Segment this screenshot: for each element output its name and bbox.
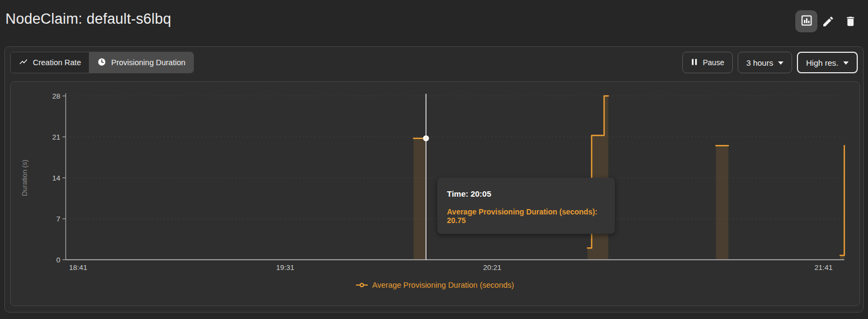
svg-text:14: 14: [52, 174, 61, 182]
pause-label: Pause: [703, 58, 724, 67]
edit-button[interactable]: [821, 15, 836, 30]
resolution-dropdown[interactable]: High res.: [797, 52, 858, 73]
provisioning-duration-chart[interactable]: 0714212818:4119:3120:2121:41Duration (s): [11, 82, 859, 306]
delete-button[interactable]: [843, 15, 858, 30]
tab-label: Provisioning Duration: [111, 58, 185, 67]
chart-view-button[interactable]: [795, 10, 817, 32]
tab-label: Creation Rate: [33, 58, 81, 67]
svg-text:21: 21: [52, 133, 60, 141]
trend-line-icon: [19, 57, 28, 68]
bar-chart-icon: [800, 14, 813, 29]
chart-legend-item[interactable]: Average Provisioning Duration (seconds): [11, 281, 859, 289]
svg-text:18:41: 18:41: [69, 263, 87, 272]
clock-icon: [97, 58, 106, 68]
tooltip-time: Time: 20:05: [447, 189, 605, 198]
pause-icon: [691, 58, 698, 67]
pause-button[interactable]: Pause: [682, 52, 733, 73]
page-title: NodeClaim: default-s6lbq: [5, 11, 171, 27]
nodeclaim-dashboard: NodeClaim: default-s6lbq: [0, 0, 868, 319]
chart-controls: Pause 3 hours High res.: [682, 52, 858, 73]
caret-down-icon: [778, 61, 783, 65]
tab-provisioning-duration[interactable]: Provisioning Duration: [89, 52, 193, 73]
chart-tabs: Creation Rate Provisioning Duration: [10, 52, 194, 73]
svg-text:21:41: 21:41: [815, 263, 833, 272]
line-with-dot-icon: [356, 281, 368, 289]
chart-tooltip: Time: 20:05 Average Provisioning Duratio…: [437, 178, 615, 234]
pencil-icon: [822, 15, 835, 30]
trash-icon: [844, 15, 857, 29]
chart-panel: 0714212818:4119:3120:2121:41Duration (s)…: [10, 81, 860, 306]
time-range-dropdown[interactable]: 3 hours: [738, 52, 792, 73]
svg-text:7: 7: [56, 215, 60, 223]
metrics-card: Creation Rate Provisioning Duration: [4, 46, 864, 313]
tooltip-value: Average Provisioning Duration (seconds):…: [447, 207, 605, 225]
svg-text:19:31: 19:31: [276, 263, 295, 272]
caret-down-icon: [843, 61, 849, 65]
svg-text:Duration (s): Duration (s): [20, 160, 29, 196]
time-range-label: 3 hours: [746, 58, 773, 67]
svg-text:0: 0: [56, 256, 60, 264]
legend-label: Average Provisioning Duration (seconds): [372, 281, 514, 289]
svg-text:28: 28: [52, 92, 60, 100]
resolution-label: High res.: [806, 58, 838, 67]
tab-creation-rate[interactable]: Creation Rate: [11, 52, 89, 73]
svg-text:20:21: 20:21: [483, 263, 501, 272]
